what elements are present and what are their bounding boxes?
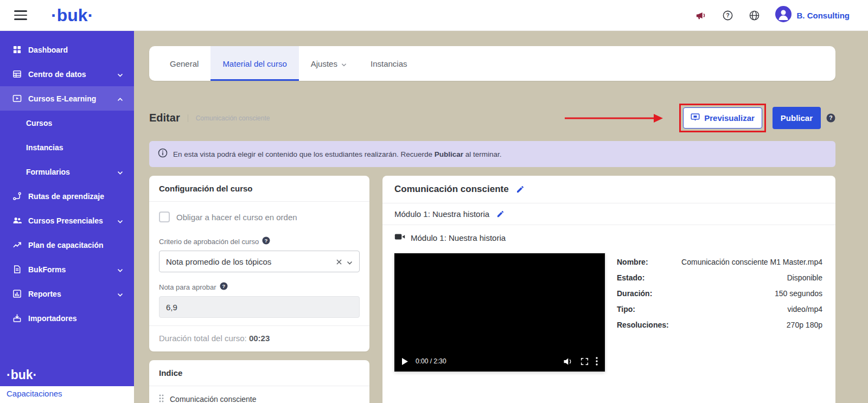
banner-text-after: al terminar. bbox=[463, 150, 502, 158]
sidebar-item-plan-de-capacitacion[interactable]: Plan de capacitación bbox=[0, 233, 134, 257]
course-title: Comunicación consciente bbox=[394, 184, 509, 195]
topbar: ·buk· ? B. Consulting bbox=[0, 0, 868, 31]
tab-label: Ajustes bbox=[311, 59, 337, 68]
edit-course-title-icon[interactable] bbox=[516, 185, 525, 194]
video-list-item[interactable]: Módulo 1: Nuestra historia bbox=[382, 225, 835, 246]
buk-logo[interactable]: ·buk· bbox=[51, 5, 93, 25]
breadcrumb-course-name: Comunicación consciente bbox=[188, 114, 270, 122]
drag-handle-icon[interactable] bbox=[159, 394, 164, 403]
sidebar-item-centro-de-datos[interactable]: Centro de datos bbox=[0, 62, 134, 86]
sidebar-item-cursos-e-learning[interactable]: Cursos E-Learning bbox=[0, 86, 134, 111]
tab-general[interactable]: General bbox=[158, 46, 210, 81]
detail-label: Nombre: bbox=[617, 258, 648, 266]
edit-header: Editar Comunicación consciente Previsual… bbox=[149, 104, 835, 132]
edit-module-title-icon[interactable] bbox=[496, 210, 505, 218]
document-icon bbox=[12, 265, 22, 274]
info-banner-text: En esta vista podrá elegir el contenido … bbox=[173, 150, 502, 158]
main-content: General Material del curso Ajustes Insta… bbox=[134, 31, 868, 403]
tab-instancias[interactable]: Instancias bbox=[359, 46, 419, 81]
globe-icon[interactable] bbox=[749, 10, 760, 21]
nota-aprobar-input[interactable] bbox=[159, 296, 360, 318]
index-list-item[interactable]: Comunicación consciente bbox=[149, 386, 369, 403]
sidebar-item-formularios[interactable]: Formularios bbox=[0, 159, 134, 184]
duration-value: 00:23 bbox=[249, 334, 270, 343]
criterio-select[interactable]: Nota promedio de los tópicos bbox=[159, 251, 360, 272]
left-column: Configuración del curso Obligar a hacer … bbox=[149, 176, 369, 403]
video-controls: 0:00 / 2:30 bbox=[394, 351, 605, 372]
tab-material-del-curso[interactable]: Material del curso bbox=[210, 46, 298, 81]
nota-help-icon[interactable]: ? bbox=[220, 282, 228, 292]
annotation-highlight-box: Previsualizar bbox=[679, 104, 766, 132]
buk-footer-logo: ·buk· bbox=[0, 368, 134, 386]
avatar bbox=[775, 6, 792, 24]
sidebar-item-instancias[interactable]: Instancias bbox=[0, 135, 134, 159]
hamburger-menu-icon[interactable] bbox=[14, 10, 27, 20]
info-banner: En esta vista podrá elegir el contenido … bbox=[149, 141, 835, 167]
sidebar-item-label: BukForms bbox=[28, 265, 111, 274]
criterio-help-icon[interactable]: ? bbox=[262, 236, 270, 246]
detail-value: 150 segundos bbox=[775, 289, 822, 298]
preview-screen-icon bbox=[691, 113, 700, 123]
publish-button[interactable]: Publicar bbox=[773, 107, 821, 129]
chevron-down-icon bbox=[341, 59, 347, 68]
video-player[interactable]: 0:00 / 2:30 bbox=[394, 253, 605, 372]
sidebar-item-cursos[interactable]: Cursos bbox=[0, 111, 134, 135]
import-icon bbox=[12, 314, 22, 323]
tab-label: General bbox=[170, 59, 199, 68]
sidebar-item-reportes[interactable]: Reportes bbox=[0, 282, 134, 306]
course-config-card: Configuración del curso Obligar a hacer … bbox=[149, 176, 369, 351]
capacitaciones-link[interactable]: Capacitaciones bbox=[0, 386, 134, 403]
sidebar-item-cursos-presenciales[interactable]: Cursos Presenciales bbox=[0, 208, 134, 233]
order-checkbox-label: Obligar a hacer el curso en orden bbox=[176, 213, 297, 222]
dashboard-icon bbox=[12, 45, 22, 54]
detail-row: Duración: 150 segundos bbox=[617, 289, 822, 298]
fullscreen-icon[interactable] bbox=[580, 357, 589, 366]
megaphone-icon[interactable] bbox=[695, 10, 707, 21]
chevron-down-icon bbox=[117, 265, 123, 274]
people-icon bbox=[12, 216, 22, 225]
preview-button[interactable]: Previsualizar bbox=[683, 107, 762, 129]
help-icon[interactable]: ? bbox=[722, 10, 733, 21]
video-camera-icon bbox=[394, 233, 405, 242]
preview-button-label: Previsualizar bbox=[704, 113, 755, 123]
data-center-icon bbox=[12, 69, 22, 79]
kebab-menu-icon[interactable] bbox=[596, 357, 598, 366]
sidebar-item-rutas-de-aprendizaje[interactable]: Rutas de aprendizaje bbox=[0, 184, 134, 208]
sidebar-item-label: Instancias bbox=[26, 143, 123, 152]
detail-label: Tipo: bbox=[617, 305, 635, 314]
clear-icon[interactable] bbox=[336, 257, 342, 266]
sidebar-item-label: Rutas de aprendizaje bbox=[28, 192, 123, 201]
sidebar-item-label: Plan de capacitación bbox=[28, 241, 123, 250]
sidebar-item-dashboard[interactable]: Dashboard bbox=[0, 37, 134, 62]
trending-chart-icon bbox=[12, 240, 22, 250]
nota-label-text: Nota para aprobar bbox=[159, 283, 216, 291]
chevron-down-icon bbox=[117, 216, 123, 225]
duration-label: Duración total del curso: bbox=[159, 334, 249, 343]
sidebar-item-importadores[interactable]: Importadores bbox=[0, 306, 134, 330]
sidebar-item-label: Cursos bbox=[26, 119, 123, 127]
sidebar-nav: Dashboard Centro de datos Cursos E-Learn… bbox=[0, 31, 134, 330]
info-icon bbox=[158, 148, 168, 160]
video-details: Nombre: Comunicación consciente M1 Maste… bbox=[617, 253, 822, 372]
sidebar-item-label: Centro de datos bbox=[28, 70, 111, 79]
play-icon[interactable] bbox=[401, 357, 409, 366]
svg-text:?: ? bbox=[829, 114, 832, 121]
volume-icon[interactable] bbox=[563, 357, 573, 366]
publish-help-icon[interactable]: ? bbox=[826, 113, 835, 123]
tab-ajustes[interactable]: Ajustes bbox=[299, 46, 359, 81]
course-tabs: General Material del curso Ajustes Insta… bbox=[149, 46, 835, 81]
detail-row: Nombre: Comunicación consciente M1 Maste… bbox=[617, 258, 822, 266]
sidebar-item-label: Cursos E-Learning bbox=[28, 94, 111, 103]
video-time: 0:00 / 2:30 bbox=[416, 357, 446, 365]
svg-text:?: ? bbox=[726, 12, 729, 18]
svg-text:?: ? bbox=[222, 283, 225, 289]
detail-value: 270p 180p bbox=[787, 321, 822, 329]
order-checkbox[interactable] bbox=[159, 212, 170, 222]
sidebar-item-bukforms[interactable]: BukForms bbox=[0, 257, 134, 282]
user-menu[interactable]: B. Consulting bbox=[775, 6, 850, 24]
sidebar-item-label: Reportes bbox=[28, 290, 111, 298]
tab-label: Instancias bbox=[371, 59, 407, 68]
config-card-title: Configuración del curso bbox=[149, 176, 369, 202]
chevron-up-icon bbox=[117, 94, 123, 103]
criterio-label-text: Criterio de aprobación del curso bbox=[159, 238, 259, 246]
